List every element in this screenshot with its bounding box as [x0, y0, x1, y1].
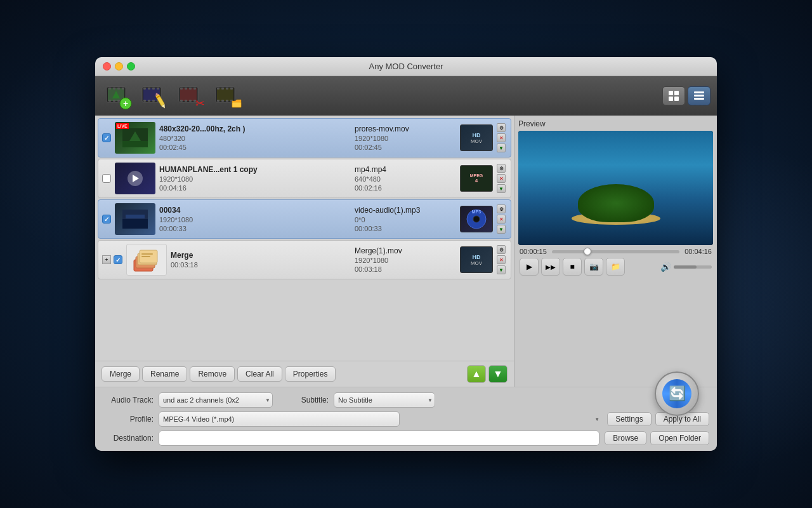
delete-btn-4[interactable]: ✕ — [497, 255, 506, 264]
file-controls-3: ⚙ ✕ ▼ — [497, 204, 507, 234]
svg-rect-49 — [232, 102, 241, 107]
profile-select-wrapper: MPEG-4 Video (*.mp4) ▼ — [159, 411, 602, 427]
volume-control: 🔊 — [660, 262, 712, 272]
down-btn-4[interactable]: ▼ — [497, 265, 506, 274]
screenshot-button[interactable]: 📷 — [584, 258, 603, 276]
output-dur-3: 00:00:33 — [355, 225, 382, 232]
file-thumbnail-4 — [126, 244, 167, 276]
svg-rect-36 — [189, 100, 192, 102]
settings-btn-1[interactable]: ⚙ — [497, 123, 506, 132]
file-thumbnail-1: LIVE — [115, 122, 155, 154]
file-controls-4: ⚙ ✕ ▼ — [497, 245, 507, 274]
rename-button[interactable]: Rename — [142, 366, 187, 382]
file-dur-1: 00:02:45 — [159, 144, 351, 151]
settings-btn-3[interactable]: ⚙ — [497, 204, 506, 213]
svg-rect-45 — [217, 100, 219, 102]
file-item[interactable]: LIVE 480x320-20...00hz, 2ch ) 480*320 00… — [98, 118, 511, 157]
file-checkbox-2[interactable] — [102, 174, 111, 183]
file-item-4[interactable]: + — [98, 240, 511, 279]
file-item-3[interactable]: 00034 1920*1080 00:00:33 video-audio(1).… — [98, 199, 511, 239]
progress-knob[interactable] — [584, 248, 591, 255]
file-name-3: 00034 — [159, 206, 351, 215]
destination-input[interactable]: /Users/test/Desktop — [159, 431, 599, 446]
file-item-2[interactable]: HUMANPLANE...ent 1 copy 1920*1080 00:04:… — [98, 159, 511, 198]
format-badge-3: MP3 — [460, 206, 493, 232]
file-dur-2: 00:04:16 — [159, 184, 351, 192]
trim-video-button[interactable]: ✂ — [175, 81, 208, 111]
output-res-1: 1920*1080 — [355, 135, 388, 142]
traffic-lights — [103, 62, 135, 70]
properties-button[interactable]: Properties — [285, 366, 336, 382]
file-res-2: 1920*1080 — [159, 175, 351, 183]
play-button[interactable]: ▶ — [520, 258, 539, 276]
output-res-3: 0*0 — [355, 216, 365, 224]
preview-time-current: 00:00:15 — [520, 248, 548, 255]
open-folder-button[interactable]: Open Folder — [650, 431, 709, 445]
list-view-button[interactable] — [688, 86, 710, 105]
settings-button[interactable]: Settings — [607, 412, 651, 426]
view-toggle — [662, 86, 710, 105]
volume-slider[interactable] — [674, 265, 712, 269]
file-list: LIVE 480x320-20...00hz, 2ch ) 480*320 00… — [95, 116, 514, 361]
preview-island — [518, 131, 713, 245]
edit-video-button[interactable] — [138, 81, 171, 111]
settings-row-2: Profile: MPEG-4 Video (*.mp4) ▼ Settings… — [103, 411, 709, 427]
stop-button[interactable]: ■ — [563, 258, 582, 276]
move-down-button[interactable]: ▼ — [488, 365, 508, 383]
down-btn-3[interactable]: ▼ — [497, 225, 506, 234]
grid-view-button[interactable] — [662, 86, 685, 105]
profile-select[interactable]: MPEG-4 Video (*.mp4) — [159, 411, 400, 427]
browse-button[interactable]: Browse — [605, 431, 646, 445]
svg-rect-33 — [193, 88, 196, 90]
preview-label: Preview — [518, 119, 713, 128]
profile-label: Profile: — [103, 415, 154, 424]
convert-button[interactable]: 🔄 — [655, 371, 699, 416]
title-bar: Any MOD Converter — [95, 57, 717, 76]
file-output-1: prores-mov.mov 1920*1080 00:02:45 — [355, 124, 456, 151]
delete-btn-3[interactable]: ✕ — [497, 215, 506, 224]
delete-btn-2[interactable]: ✕ — [497, 174, 506, 183]
move-up-button[interactable]: ▲ — [467, 365, 486, 383]
svg-rect-8 — [117, 100, 120, 102]
down-btn-2[interactable]: ▼ — [497, 184, 506, 193]
toolbar: + — [95, 76, 717, 116]
file-checkbox-1[interactable] — [102, 133, 111, 142]
svg-rect-47 — [226, 100, 228, 102]
svg-rect-32 — [189, 88, 192, 90]
format-badge-1: HD MOV — [460, 124, 493, 151]
file-name-1: 480x320-20...00hz, 2ch ) — [159, 124, 351, 133]
progress-handle[interactable] — [552, 248, 679, 255]
settings-btn-4[interactable]: ⚙ — [497, 245, 506, 254]
audio-track-select-wrapper: und aac 2 channels (0x2 ▼ — [159, 392, 273, 408]
minimize-button[interactable] — [115, 62, 123, 70]
folder-button[interactable]: 📁 — [606, 258, 625, 276]
close-button[interactable] — [103, 62, 111, 70]
remove-button[interactable]: Remove — [190, 366, 235, 382]
edit-video-icon — [141, 82, 169, 110]
svg-rect-51 — [674, 91, 679, 95]
file-controls-2: ⚙ ✕ ▼ — [497, 164, 507, 193]
profile-arrow: ▼ — [594, 417, 599, 422]
batch-button[interactable] — [212, 81, 245, 111]
audio-track-select[interactable]: und aac 2 channels (0x2 — [159, 392, 273, 408]
svg-rect-43 — [226, 88, 228, 90]
settings-btn-2[interactable]: ⚙ — [497, 164, 506, 173]
fast-forward-button[interactable]: ▶▶ — [541, 258, 560, 276]
down-btn-1[interactable]: ▼ — [497, 144, 506, 152]
svg-text:MP3: MP3 — [472, 210, 481, 214]
order-buttons: ▲ ▼ — [467, 365, 508, 383]
file-checkbox-4[interactable] — [114, 255, 122, 264]
file-panel: LIVE 480x320-20...00hz, 2ch ) 480*320 00… — [95, 116, 514, 387]
maximize-button[interactable] — [127, 62, 135, 70]
merge-button[interactable]: Merge — [102, 366, 140, 382]
clear-all-button[interactable]: Clear All — [237, 366, 282, 382]
add-video-button[interactable]: + — [102, 81, 134, 111]
delete-btn-1[interactable]: ✕ — [497, 133, 506, 142]
svg-rect-29 — [180, 88, 197, 101]
svg-rect-34 — [180, 100, 183, 102]
merge-expand[interactable]: + — [102, 255, 111, 264]
subtitle-select[interactable]: No Subtitle — [334, 392, 435, 408]
file-res-4: 00:03:18 — [171, 261, 351, 269]
file-checkbox-3[interactable] — [102, 215, 111, 224]
svg-rect-55 — [694, 95, 704, 97]
